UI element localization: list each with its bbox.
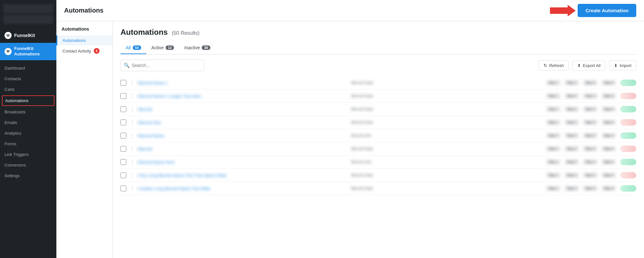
- row-status-badge[interactable]: [620, 106, 636, 112]
- left-nav-item-contact-activity[interactable]: Contact Activity 4: [56, 45, 112, 56]
- sidebar-item-dashboard[interactable]: Dashboard: [0, 63, 56, 73]
- create-automation-arrow-container: Create Automation: [550, 4, 636, 17]
- page-breadcrumb: Automations: [64, 7, 103, 14]
- row-status-badge[interactable]: [620, 185, 636, 192]
- row-stat-4: Stat 4: [601, 172, 616, 178]
- row-stat-3: Stat 3: [582, 172, 598, 178]
- left-sub-nav: Automations Automations Contact Activity…: [56, 21, 113, 258]
- sidebar-item-carts[interactable]: Carts: [0, 84, 56, 95]
- funnelkit-brand: W FunnelKit: [0, 28, 56, 43]
- row-stat-1: Stat 1: [546, 133, 561, 139]
- row-date: Blurred Info: [351, 160, 456, 164]
- row-stat-3: Stat 3: [582, 133, 598, 139]
- row-status-badge[interactable]: [620, 146, 636, 152]
- sidebar-item-connectors[interactable]: Connectors: [0, 160, 56, 170]
- row-date: Blurred Date: [351, 147, 456, 151]
- left-nav-item-automations[interactable]: Automations: [56, 35, 112, 45]
- row-name[interactable]: Blurred Name: [139, 133, 347, 138]
- row-name[interactable]: Blurred Name Here: [139, 160, 347, 165]
- row-checkbox[interactable]: [120, 172, 126, 178]
- row-stat-4: Stat 4: [601, 133, 616, 139]
- row-stats: Stat 1 Stat 2 Stat 3 Stat 4: [460, 186, 616, 191]
- row-checkbox[interactable]: [120, 133, 126, 139]
- search-input[interactable]: [120, 60, 204, 71]
- row-status-badge[interactable]: [620, 172, 636, 178]
- drag-handle-icon[interactable]: ⋮⋮: [130, 133, 135, 138]
- row-name[interactable]: Blurred: [139, 147, 347, 151]
- row-date: Blurred Date: [351, 120, 456, 125]
- content-with-leftnav: Automations Automations Contact Activity…: [56, 21, 644, 258]
- sidebar-item-settings[interactable]: Settings: [0, 170, 56, 181]
- table-row: ⋮⋮ Another Long Blurred Name Text Wide B…: [120, 182, 636, 195]
- sidebar-item-link-triggers[interactable]: Link Triggers: [0, 149, 56, 160]
- sidebar-item-contacts[interactable]: Contacts: [0, 73, 56, 84]
- drag-handle-icon[interactable]: ⋮⋮: [130, 159, 135, 165]
- tab-all[interactable]: All 50: [120, 42, 146, 54]
- funnelkit-automations-brand[interactable]: W FunnelKitAutomations: [0, 43, 56, 60]
- row-name[interactable]: Blurred Name 2 Longer Text Here: [139, 94, 347, 99]
- funnelkit-automations-logo-icon: W: [5, 48, 12, 55]
- sidebar-item-forms[interactable]: Forms: [0, 139, 56, 149]
- row-name[interactable]: Another Long Blurred Name Text Wide: [139, 186, 347, 191]
- row-status-badge[interactable]: [620, 80, 636, 86]
- drag-handle-icon[interactable]: ⋮⋮: [130, 146, 135, 151]
- row-checkbox[interactable]: [120, 186, 126, 191]
- row-name[interactable]: Blurred Name 1: [139, 81, 347, 85]
- row-checkbox[interactable]: [120, 106, 126, 112]
- table-row: ⋮⋮ Blurred Name 1 Blurred Date Stat 1 St…: [120, 76, 636, 90]
- drag-handle-icon[interactable]: ⋮⋮: [130, 186, 135, 191]
- drag-handle-icon[interactable]: ⋮⋮: [130, 80, 135, 85]
- drag-handle-icon[interactable]: ⋮⋮: [130, 120, 135, 125]
- row-name[interactable]: Blurred: [139, 107, 347, 112]
- row-stats: Stat 1 Stat 2 Stat 3 Stat 4: [460, 172, 616, 178]
- sidebar-item-automations[interactable]: Automations: [2, 95, 54, 106]
- row-checkbox[interactable]: [120, 93, 126, 99]
- row-stat-2: Stat 2: [564, 159, 579, 165]
- row-stat-4: Stat 4: [601, 186, 616, 191]
- row-status-badge[interactable]: [620, 119, 636, 126]
- sidebar-item-emails[interactable]: Emails: [0, 117, 56, 128]
- create-automation-label: Create Automation: [585, 8, 629, 13]
- sidebar-item-analytics[interactable]: Analytics: [0, 128, 56, 139]
- export-all-button[interactable]: ⬆ Export All: [572, 61, 605, 71]
- sidebar-item-broadcasts[interactable]: Broadcasts: [0, 107, 56, 117]
- drag-handle-icon[interactable]: ⋮⋮: [130, 173, 135, 178]
- row-checkbox[interactable]: [120, 159, 126, 165]
- left-nav-title: Automations: [56, 26, 112, 35]
- automations-count: (50 Results): [172, 30, 199, 36]
- tab-active[interactable]: Active 12: [146, 42, 179, 54]
- row-stat-1: Stat 1: [546, 186, 561, 191]
- tab-all-label: All: [126, 45, 131, 50]
- row-checkbox[interactable]: [120, 146, 126, 152]
- row-stat-3: Stat 3: [582, 106, 598, 112]
- row-stat-4: Stat 4: [601, 93, 616, 99]
- row-checkbox[interactable]: [120, 80, 126, 86]
- row-status-badge[interactable]: [620, 159, 636, 165]
- contact-activity-badge: 4: [94, 48, 100, 54]
- drag-handle-icon[interactable]: ⋮⋮: [130, 107, 135, 112]
- funnelkit-automations-brand-label: FunnelKitAutomations: [14, 46, 40, 57]
- row-status-badge[interactable]: [620, 132, 636, 139]
- create-automation-button[interactable]: Create Automation: [578, 4, 636, 17]
- search-icon: 🔍: [124, 62, 130, 68]
- main-area: Automations Create Automation Automation…: [56, 0, 644, 258]
- drag-handle-icon[interactable]: ⋮⋮: [130, 93, 135, 99]
- row-name[interactable]: Very Long Blurred Name Text That Spans W…: [139, 173, 347, 178]
- row-date: Blurred Date: [351, 81, 456, 85]
- tab-inactive[interactable]: Inactive 38: [179, 42, 216, 54]
- table-row: ⋮⋮ Blurred Name Blurred Info Stat 1 Stat…: [120, 129, 636, 142]
- row-stats: Stat 1 Stat 2 Stat 3 Stat 4: [460, 133, 616, 139]
- automations-title-group: Automations (50 Results): [120, 28, 199, 37]
- row-stat-1: Stat 1: [546, 106, 561, 112]
- row-date: Blurred Date: [351, 173, 456, 177]
- refresh-button[interactable]: ↻ Refresh: [539, 60, 569, 71]
- row-stat-1: Stat 1: [546, 172, 561, 178]
- row-status-badge[interactable]: [620, 93, 636, 99]
- table-row: ⋮⋮ Blurred Blurred Date Stat 1 Stat 2 St…: [120, 142, 636, 156]
- import-button[interactable]: ⬇ Import: [609, 61, 636, 71]
- row-checkbox[interactable]: [120, 119, 126, 125]
- row-stat-3: Stat 3: [582, 80, 598, 86]
- funnelkit-logo-icon: W: [5, 32, 12, 39]
- row-name[interactable]: Blurred Text: [139, 120, 347, 125]
- table-row: ⋮⋮ Very Long Blurred Name Text That Span…: [120, 169, 636, 182]
